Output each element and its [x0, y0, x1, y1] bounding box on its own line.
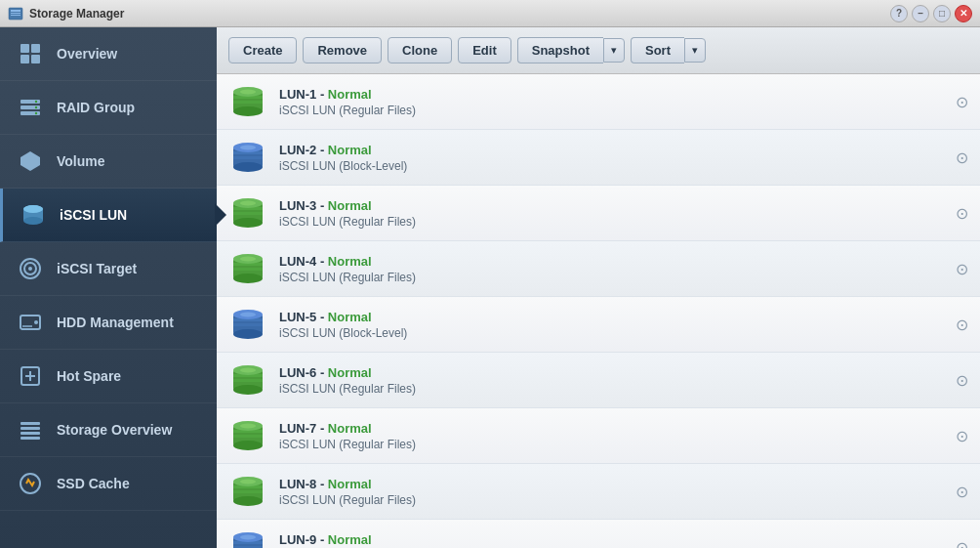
expand-chevron[interactable]: ⊙ — [956, 483, 968, 501]
expand-chevron[interactable]: ⊙ — [956, 93, 968, 111]
lun-name: LUN-7 - Normal — [279, 421, 948, 436]
lun-icon — [228, 249, 267, 288]
lun-type: iSCSI LUN (Regular Files) — [279, 215, 948, 229]
lun-icon — [228, 527, 267, 548]
sidebar-item-volume[interactable]: Volume — [0, 135, 217, 189]
svg-rect-2 — [11, 13, 20, 14]
sidebar-item-iscsi-target[interactable]: iSCSI Target — [0, 242, 217, 296]
sort-button[interactable]: Sort — [631, 37, 684, 63]
lun-info: LUN-9 - Normal iSCSI LUN (Block-Level) — [279, 532, 948, 549]
svg-point-17 — [23, 217, 43, 225]
hdd-label: HDD Management — [57, 315, 174, 330]
iscsi-target-icon — [16, 254, 45, 283]
svg-point-11 — [35, 101, 37, 103]
list-item[interactable]: LUN-6 - Normal iSCSI LUN (Regular Files)… — [217, 353, 980, 408]
storage-overview-icon — [16, 415, 45, 444]
expand-chevron[interactable]: ⊙ — [956, 260, 968, 278]
edit-button[interactable]: Edit — [458, 37, 511, 63]
list-item[interactable]: LUN-4 - Normal iSCSI LUN (Regular Files)… — [217, 241, 980, 297]
svg-point-21 — [28, 267, 32, 271]
svg-point-18 — [23, 205, 43, 213]
sidebar-item-hot-spare[interactable]: Hot Spare — [0, 350, 217, 403]
sidebar-item-overview[interactable]: Overview — [0, 27, 217, 81]
expand-chevron[interactable]: ⊙ — [956, 316, 968, 334]
svg-point-49 — [233, 218, 263, 228]
list-item[interactable]: LUN-7 - Normal iSCSI LUN (Regular Files)… — [217, 408, 980, 464]
sidebar-item-raid[interactable]: RAID Group — [0, 81, 217, 135]
lun-name: LUN-3 - Normal — [279, 198, 948, 213]
svg-point-73 — [233, 441, 263, 450]
lun-status: Normal — [328, 310, 372, 324]
svg-rect-3 — [11, 15, 20, 16]
svg-rect-53 — [233, 268, 263, 271]
minimize-button[interactable]: – — [912, 5, 929, 22]
snapshot-button[interactable]: Snapshot — [517, 37, 603, 63]
expand-chevron[interactable]: ⊙ — [956, 204, 968, 223]
svg-rect-1 — [11, 10, 20, 12]
svg-point-44 — [240, 146, 256, 150]
ssd-cache-icon — [16, 469, 45, 498]
sort-split-button: Sort ▾ — [631, 37, 706, 63]
lun-status: Normal — [328, 532, 372, 547]
maximize-button[interactable]: □ — [933, 5, 951, 22]
list-item[interactable]: LUN-3 - Normal iSCSI LUN (Regular Files)… — [217, 186, 980, 241]
create-button[interactable]: Create — [228, 37, 297, 63]
lun-type: iSCSI LUN (Block-Level) — [279, 159, 948, 173]
lun-status: Normal — [328, 143, 372, 157]
sidebar-item-storage-overview[interactable]: Storage Overview — [0, 403, 217, 457]
expand-chevron[interactable]: ⊙ — [956, 371, 968, 390]
sidebar-item-hdd[interactable]: HDD Management — [0, 296, 217, 350]
svg-point-38 — [240, 90, 256, 95]
list-item[interactable]: LUN-1 - Normal iSCSI LUN (Regular Files)… — [217, 74, 980, 130]
lun-icon — [228, 472, 267, 511]
lun-type: iSCSI LUN (Block-Level) — [279, 326, 948, 340]
expand-chevron[interactable]: ⊙ — [956, 538, 968, 549]
svg-rect-4 — [20, 44, 29, 53]
lun-status: Normal — [328, 87, 372, 102]
storage-overview-label: Storage Overview — [57, 422, 172, 438]
hdd-icon — [16, 308, 45, 337]
lun-info: LUN-4 - Normal iSCSI LUN (Regular Files) — [279, 254, 948, 284]
snapshot-dropdown[interactable]: ▾ — [603, 38, 625, 63]
sidebar: Overview RAID Group Volume — [0, 27, 217, 548]
lun-type: iSCSI LUN (Regular Files) — [279, 382, 948, 396]
expand-chevron[interactable]: ⊙ — [956, 148, 968, 167]
lun-info: LUN-6 - Normal iSCSI LUN (Regular Files) — [279, 365, 948, 396]
content-area: Create Remove Clone Edit Snapshot ▾ Sort… — [217, 27, 980, 548]
lun-name: LUN-1 - Normal — [279, 87, 948, 102]
list-item[interactable]: LUN-9 - Normal iSCSI LUN (Block-Level) ⊙ — [217, 520, 980, 548]
remove-button[interactable]: Remove — [303, 37, 382, 63]
svg-point-80 — [240, 480, 256, 485]
list-item[interactable]: LUN-8 - Normal iSCSI LUN (Regular Files)… — [217, 464, 980, 520]
list-item[interactable]: LUN-2 - Normal iSCSI LUN (Block-Level) ⊙ — [217, 130, 980, 186]
list-item[interactable]: LUN-5 - Normal iSCSI LUN (Block-Level) ⊙ — [217, 297, 980, 353]
iscsi-lun-icon — [19, 200, 48, 230]
window-controls: ? – □ ✕ — [890, 5, 972, 22]
hot-spare-icon — [16, 361, 45, 391]
help-button[interactable]: ? — [890, 5, 908, 22]
sidebar-item-iscsi-lun[interactable]: iSCSI LUN — [0, 189, 217, 242]
svg-point-61 — [233, 329, 263, 339]
svg-rect-41 — [233, 156, 263, 159]
svg-rect-30 — [20, 432, 40, 435]
lun-info: LUN-8 - Normal iSCSI LUN (Regular Files) — [279, 477, 948, 507]
sort-dropdown[interactable]: ▾ — [684, 38, 706, 63]
iscsi-lun-label: iSCSI LUN — [60, 207, 127, 223]
lun-icon — [228, 416, 267, 455]
lun-type: iSCSI LUN (Regular Files) — [279, 438, 948, 451]
svg-marker-14 — [20, 151, 40, 171]
svg-point-74 — [240, 424, 256, 429]
lun-icon — [228, 305, 267, 344]
sidebar-item-ssd-cache[interactable]: SSD Cache — [0, 457, 217, 511]
svg-rect-59 — [233, 323, 263, 326]
clone-button[interactable]: Clone — [388, 37, 452, 63]
expand-chevron[interactable]: ⊙ — [956, 427, 968, 445]
svg-rect-6 — [20, 55, 29, 63]
svg-rect-5 — [31, 44, 40, 53]
close-button[interactable]: ✕ — [955, 5, 972, 22]
lun-name: LUN-9 - Normal — [279, 532, 948, 547]
overview-label: Overview — [57, 46, 117, 62]
svg-point-12 — [35, 106, 37, 108]
snapshot-split-button: Snapshot ▾ — [517, 37, 625, 63]
svg-point-13 — [35, 112, 37, 114]
